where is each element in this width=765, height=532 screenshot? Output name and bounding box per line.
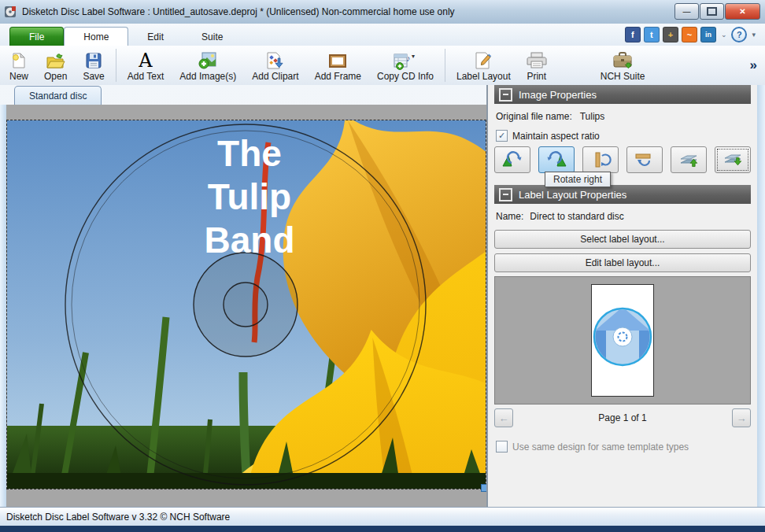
svg-text:Tulip: Tulip <box>208 176 291 217</box>
next-page-button[interactable]: → <box>732 408 751 427</box>
layout-name-row: Name: Direct to standard disc <box>496 211 751 222</box>
googleplus-icon[interactable]: + <box>663 27 678 42</box>
add-text-icon: A <box>139 50 152 70</box>
canvas-area: Standard disc <box>0 85 488 508</box>
layout-name-label: Name: <box>496 211 523 222</box>
flip-vertical-button[interactable] <box>626 146 663 173</box>
maximize-icon <box>707 7 717 16</box>
close-button[interactable]: ✕ <box>725 3 760 20</box>
help-dropdown-icon[interactable]: ▾ <box>750 31 757 39</box>
label-layout-icon <box>473 50 493 70</box>
help-icon[interactable]: ? <box>731 27 747 42</box>
open-button[interactable]: Open <box>36 47 75 83</box>
layout-preview-page <box>591 284 654 397</box>
copy-cd-info-icon: ♪▾ <box>393 50 418 70</box>
add-text-button[interactable]: A Add Text <box>120 47 172 83</box>
linkedin-icon[interactable]: in <box>700 27 716 42</box>
content-area: Standard disc <box>0 85 765 508</box>
open-folder-icon <box>46 50 66 70</box>
save-floppy-icon <box>84 50 103 70</box>
original-file-name-row: Original file name: Tulips <box>496 111 751 122</box>
maintain-aspect-checkbox[interactable]: ✓ <box>496 130 508 142</box>
svg-text:The: The <box>217 133 282 174</box>
maintain-aspect-row: ✓ Maintain aspect ratio <box>496 130 751 142</box>
select-label-layout-button[interactable]: Select label layout... <box>494 230 751 249</box>
svg-text:♪: ♪ <box>406 54 411 63</box>
status-bar: Disketch Disc Label Software v 3.32 © NC… <box>0 507 765 526</box>
same-design-label: Use same design for same template types <box>512 441 689 453</box>
layout-preview-box <box>494 276 751 405</box>
minimize-button[interactable]: — <box>674 3 699 20</box>
maximize-button[interactable] <box>700 3 724 20</box>
rotate-right-tooltip: Rotate right <box>545 172 611 187</box>
same-design-row: Use same design for same template types <box>496 441 751 453</box>
toolbar-separator <box>116 49 116 82</box>
image-tools-row <box>494 146 751 173</box>
svg-text:Band: Band <box>205 220 295 260</box>
layout-preview-disc <box>592 285 653 396</box>
app-icon <box>5 6 17 18</box>
twitter-icon[interactable]: t <box>644 27 660 42</box>
tab-home[interactable]: Home <box>64 27 128 46</box>
tab-file[interactable]: File <box>9 27 64 46</box>
collapse-image-properties-button[interactable] <box>499 88 512 102</box>
image-properties-header: Image Properties <box>494 85 751 104</box>
facebook-icon[interactable]: f <box>625 27 641 42</box>
save-button[interactable]: Save <box>75 47 112 83</box>
window-left-edge <box>0 105 6 508</box>
tab-edit[interactable]: Edit <box>128 28 183 46</box>
layout-name-value: Direct to standard disc <box>530 211 623 222</box>
add-clipart-icon <box>265 50 286 70</box>
selection-resize-handle[interactable] <box>481 484 486 492</box>
disc-title-text[interactable]: The Tulip Band <box>205 133 295 260</box>
app-window: Disketch Disc Label Software : Untitled_… <box>0 0 765 532</box>
window-right-edge <box>757 85 765 508</box>
add-frame-icon <box>327 50 349 70</box>
send-backward-button[interactable] <box>715 146 751 173</box>
toolbar-overflow-button[interactable]: » <box>744 57 763 73</box>
original-file-name-value: Tulips <box>580 111 605 122</box>
disc-design-canvas: The Tulip Band <box>7 120 486 489</box>
new-document-icon <box>9 50 28 70</box>
original-file-name-label: Original file name: <box>496 111 572 122</box>
window-bottom-edge <box>0 526 765 532</box>
collapse-label-layout-button[interactable] <box>499 188 512 201</box>
add-frame-button[interactable]: Add Frame <box>307 47 369 83</box>
add-clipart-button[interactable]: Add Clipart <box>244 47 306 83</box>
same-design-checkbox[interactable] <box>496 441 508 453</box>
main-toolbar: New Open Save A Add Text Add Image(s) <box>0 46 765 86</box>
preview-pagination: ← Page 1 of 1 → <box>494 409 751 427</box>
bring-forward-button[interactable] <box>671 146 707 173</box>
title-bar: Disketch Disc Label Software : Untitled_… <box>0 0 765 24</box>
page-indicator: Page 1 of 1 <box>513 412 732 423</box>
tab-suite[interactable]: Suite <box>183 28 242 46</box>
flip-horizontal-button[interactable] <box>582 146 619 173</box>
add-image-icon <box>198 50 218 70</box>
rotate-left-button[interactable] <box>494 146 530 173</box>
rotate-right-button[interactable] <box>538 146 575 173</box>
window-title: Disketch Disc Label Software : Untitled_… <box>22 6 670 17</box>
properties-panel: Image Properties Original file name: Tul… <box>488 85 757 508</box>
maintain-aspect-label: Maintain aspect ratio <box>512 131 600 142</box>
tab-standard-disc[interactable]: Standard disc <box>14 86 102 105</box>
tulip-image-object[interactable]: The Tulip Band <box>6 120 486 490</box>
copy-cd-info-button[interactable]: ♪▾ Copy CD Info <box>369 47 442 83</box>
ribbon-tab-row: File Home Edit Suite f t + ~ in ⌄ ? ▾ <box>0 24 765 46</box>
nch-suite-button[interactable]: NCH Suite <box>593 47 653 83</box>
label-layout-button[interactable]: Label Layout <box>449 47 519 83</box>
previous-page-button[interactable]: ← <box>494 408 513 427</box>
add-images-button[interactable]: Add Image(s) <box>172 47 244 83</box>
new-button[interactable]: New <box>2 47 36 83</box>
share-dropdown-icon[interactable]: ⌄ <box>719 31 729 39</box>
print-icon <box>527 50 547 70</box>
status-text: Disketch Disc Label Software v 3.32 © NC… <box>6 512 230 523</box>
toolbar-separator <box>445 49 445 82</box>
nch-logo-icon[interactable]: ~ <box>682 27 697 42</box>
nch-suite-icon <box>612 50 634 70</box>
design-workspace[interactable]: The Tulip Band <box>0 105 486 508</box>
label-layout-properties-header: Label Layout Properties <box>494 185 751 204</box>
edit-label-layout-button[interactable]: Edit label layout... <box>494 253 751 272</box>
print-button[interactable]: Print <box>519 47 555 83</box>
svg-text:▾: ▾ <box>412 53 415 60</box>
